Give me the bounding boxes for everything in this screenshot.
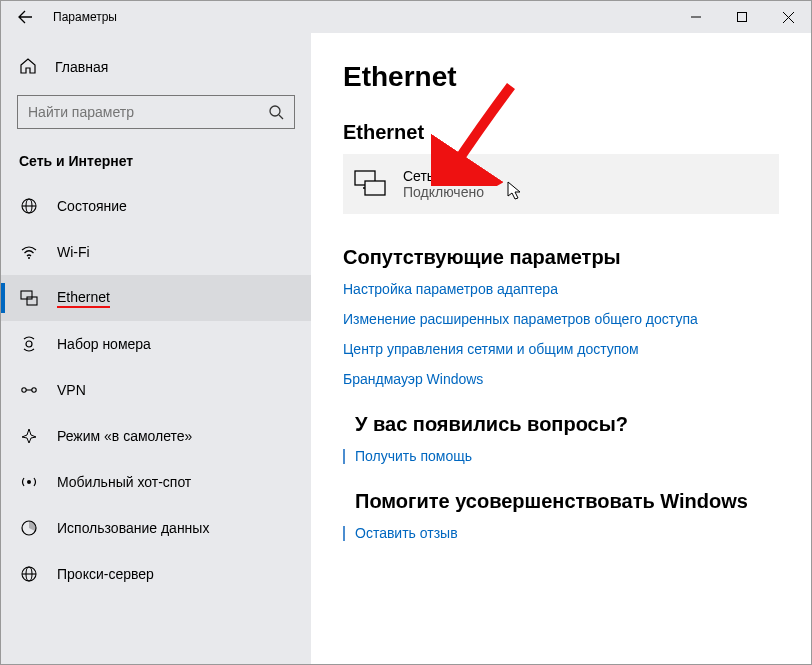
- link-firewall[interactable]: Брандмауэр Windows: [343, 371, 779, 387]
- section-ethernet-heading: Ethernet: [343, 121, 779, 144]
- main-area: Главная Сеть и Интернет Состояние Wi-Fi …: [1, 33, 811, 664]
- close-button[interactable]: [765, 1, 811, 33]
- sidebar-item-datausage[interactable]: Использование данных: [1, 505, 311, 551]
- sidebar-category: Сеть и Интернет: [1, 147, 311, 183]
- related-heading: Сопутствующие параметры: [343, 246, 779, 269]
- sidebar-item-label: Состояние: [57, 198, 127, 214]
- proxy-icon: [19, 564, 39, 584]
- sidebar-item-vpn[interactable]: VPN: [1, 367, 311, 413]
- network-name: Сеть: [403, 168, 484, 184]
- svg-point-4: [270, 106, 280, 116]
- sidebar-item-label: Wi-Fi: [57, 244, 90, 260]
- link-feedback[interactable]: Оставить отзыв: [355, 525, 779, 541]
- help-heading: У вас появились вопросы?: [355, 413, 779, 436]
- airplane-icon: [19, 426, 39, 446]
- content: Ethernet Ethernet Сеть Подключено Сопутс…: [311, 33, 811, 664]
- network-monitor-icon: [349, 169, 391, 199]
- maximize-icon: [737, 12, 747, 22]
- svg-point-9: [28, 257, 30, 259]
- datausage-icon: [19, 518, 39, 538]
- ethernet-icon: [19, 288, 39, 308]
- improve-heading: Помогите усовершенствовать Windows: [355, 490, 779, 513]
- network-text: Сеть Подключено: [403, 168, 484, 200]
- sidebar-item-ethernet[interactable]: Ethernet: [1, 275, 311, 321]
- home-icon: [19, 57, 37, 78]
- link-get-help[interactable]: Получить помощь: [355, 448, 779, 464]
- sidebar-item-label: Набор номера: [57, 336, 151, 352]
- search-input[interactable]: [18, 104, 258, 120]
- back-arrow-icon: [17, 9, 33, 25]
- maximize-button[interactable]: [719, 1, 765, 33]
- back-button[interactable]: [1, 1, 49, 33]
- search-box[interactable]: [17, 95, 295, 129]
- search-icon: [268, 104, 284, 120]
- dialup-icon: [19, 334, 39, 354]
- window-title: Параметры: [49, 10, 673, 24]
- section-related: Сопутствующие параметры Настройка параме…: [343, 246, 779, 387]
- sidebar-item-dialup[interactable]: Набор номера: [1, 321, 311, 367]
- sidebar-item-label: Использование данных: [57, 520, 209, 536]
- network-card[interactable]: Сеть Подключено: [343, 154, 779, 214]
- minimize-button[interactable]: [673, 1, 719, 33]
- link-sharing-options[interactable]: Изменение расширенных параметров общего …: [343, 311, 779, 327]
- sidebar-item-label: VPN: [57, 382, 86, 398]
- svg-point-14: [32, 388, 36, 392]
- sidebar-item-label: Прокси-сервер: [57, 566, 154, 582]
- titlebar: Параметры: [1, 1, 811, 33]
- sidebar-item-label: Ethernet: [57, 289, 110, 308]
- svg-point-16: [27, 480, 31, 484]
- svg-rect-1: [738, 13, 747, 22]
- minimize-icon: [691, 12, 701, 22]
- close-icon: [783, 12, 794, 23]
- page-title: Ethernet: [343, 61, 779, 93]
- svg-point-13: [22, 388, 26, 392]
- section-help: У вас появились вопросы? Получить помощь: [343, 413, 779, 464]
- wifi-icon: [19, 242, 39, 262]
- search-button[interactable]: [258, 104, 294, 120]
- sidebar-item-proxy[interactable]: Прокси-сервер: [1, 551, 311, 597]
- sidebar-item-airplane[interactable]: Режим «в самолете»: [1, 413, 311, 459]
- sidebar-item-status[interactable]: Состояние: [1, 183, 311, 229]
- sidebar-item-hotspot[interactable]: Мобильный хот-спот: [1, 459, 311, 505]
- svg-point-12: [26, 341, 32, 347]
- sidebar: Главная Сеть и Интернет Состояние Wi-Fi …: [1, 33, 311, 664]
- svg-rect-22: [365, 181, 385, 195]
- svg-line-5: [279, 115, 283, 119]
- network-status: Подключено: [403, 184, 484, 200]
- link-adapter-settings[interactable]: Настройка параметров адаптера: [343, 281, 779, 297]
- globe-icon: [19, 196, 39, 216]
- link-network-center[interactable]: Центр управления сетями и общим доступом: [343, 341, 779, 357]
- hotspot-icon: [19, 472, 39, 492]
- sidebar-item-wifi[interactable]: Wi-Fi: [1, 229, 311, 275]
- sidebar-home-label: Главная: [55, 59, 108, 75]
- section-improve: Помогите усовершенствовать Windows Остав…: [343, 490, 779, 541]
- sidebar-item-label: Мобильный хот-спот: [57, 474, 191, 490]
- vpn-icon: [19, 380, 39, 400]
- sidebar-home[interactable]: Главная: [1, 45, 311, 89]
- sidebar-item-label: Режим «в самолете»: [57, 428, 192, 444]
